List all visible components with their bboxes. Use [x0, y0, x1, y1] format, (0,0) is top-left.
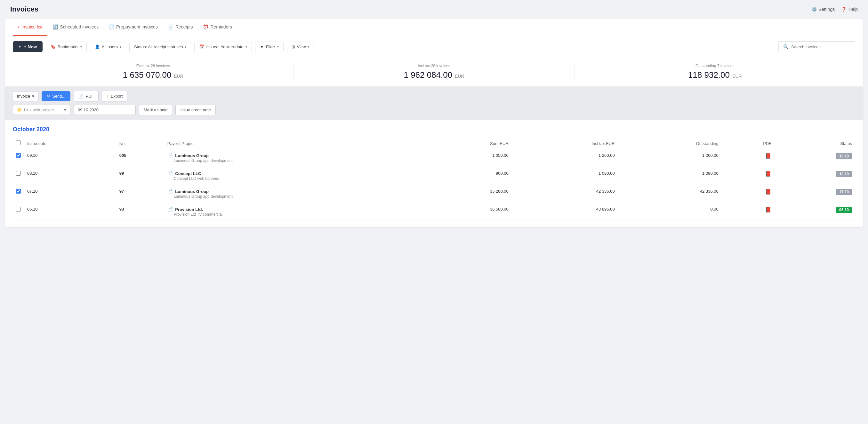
tab-scheduled-invoices[interactable]: 🔄 Scheduled invoices: [48, 19, 104, 36]
row-checkbox-cell-3: [13, 203, 24, 221]
incl-tax-stat: Incl tax 28 invoices 1 962 084.00 EUR: [293, 64, 575, 80]
row-payer-3: Provision Ltd.: [175, 207, 203, 212]
doc-icon-3: 📄: [167, 207, 173, 212]
row-checkbox-0[interactable]: [16, 153, 21, 158]
col-payer-project: Payer | Project: [164, 138, 422, 149]
export-button[interactable]: ↑ Export: [102, 91, 127, 101]
invoices-table: Issue date No. Payer | Project Sum EUR I…: [13, 138, 855, 221]
excl-tax-currency: EUR: [174, 74, 183, 79]
help-icon: ❓: [841, 7, 846, 12]
row-outstanding-0: 1 260.00: [618, 149, 722, 167]
incl-tax-value-row: 1 962 084.00 EUR: [294, 70, 575, 80]
row-issue-date-0: 09.10: [24, 149, 116, 167]
tab-prepayment-invoices[interactable]: 📄 Prepayment invoices: [104, 19, 163, 36]
row-pdf-3[interactable]: 📕: [722, 203, 775, 221]
status-filter-button[interactable]: Status: All receipt statuses ▾: [129, 42, 191, 52]
bookmarks-button[interactable]: 🔖 Bookmarks ▾: [46, 42, 87, 52]
pdf-download-icon-2[interactable]: 📕: [765, 189, 771, 195]
excl-tax-label: Excl tax 28 invoices: [13, 64, 293, 68]
pdf-download-icon-0[interactable]: 📕: [765, 153, 771, 159]
row-incl-tax-3: 43 896.00: [512, 203, 618, 221]
select-all-checkbox[interactable]: [16, 140, 21, 145]
receipts-icon: 🧾: [168, 24, 174, 29]
row-payer-0: Luminous Group: [175, 153, 209, 158]
row-checkbox-3[interactable]: [16, 207, 21, 211]
invoice-type-select[interactable]: Invoice ▾: [13, 91, 38, 101]
table-row: 08.10 99 📄 Concept LLC Concept LLC web b…: [13, 167, 855, 185]
link-project-dropdown-icon: ▾: [64, 107, 66, 112]
row-pdf-0[interactable]: 📕: [722, 149, 775, 167]
row-pdf-1[interactable]: 📕: [722, 167, 775, 185]
row-sum-eur-2: 35 280.00: [422, 185, 512, 203]
pdf-download-icon-1[interactable]: 📕: [765, 171, 771, 177]
row-sum-eur-1: 900.00: [422, 167, 512, 185]
row-checkbox-cell-0: [13, 149, 24, 167]
app-header: Invoices ⚙️ Settings ❓ Help: [0, 0, 868, 19]
row-payer-project-1: 📄 Concept LLC Concept LLC web banners: [164, 167, 422, 185]
settings-button[interactable]: ⚙️ Settings: [811, 7, 835, 12]
row-project-0: Luminous Group app development: [167, 158, 233, 163]
help-button[interactable]: ❓ Help: [841, 7, 858, 12]
outstanding-value-row: 118 932.00 EUR: [575, 70, 855, 80]
row-pdf-2[interactable]: 📕: [722, 185, 775, 203]
row-project-2: Luminous Group app development: [167, 194, 233, 199]
action-bar: Invoice ▾ ✉ Send... 📄 PDF ↑ Export 📁 Lin…: [5, 87, 863, 120]
link-project-select[interactable]: 📁 Link with project ▾: [13, 105, 70, 115]
view-button[interactable]: ⊞ View ▾: [287, 42, 314, 52]
month-heading: October 2020: [13, 126, 855, 133]
all-users-button[interactable]: 👤 All users ▾: [90, 42, 126, 52]
row-no-0: 005: [116, 149, 164, 167]
stats-row: Excl tax 28 invoices 1 635 070.00 EUR In…: [5, 57, 863, 87]
row-payer-1: Concept LLC: [175, 171, 201, 176]
tab-reminders[interactable]: ⏰ Reminders: [198, 19, 237, 36]
row-status-0: 19.10: [775, 149, 855, 167]
row-incl-tax-2: 42 336.00: [512, 185, 618, 203]
excl-tax-value: 1 635 070.00: [123, 70, 172, 80]
toolbar: + + New 🔖 Bookmarks ▾ 👤 All users ▾ Stat…: [5, 36, 863, 57]
table-row: 07.10 97 📄 Luminous Group Luminous Group…: [13, 185, 855, 203]
doc-icon-0: 📄: [167, 153, 173, 158]
row-payer-2: Luminous Group: [175, 189, 209, 194]
export-icon: ↑: [106, 94, 109, 99]
row-checkbox-2[interactable]: [16, 189, 21, 194]
col-no: No.: [116, 138, 164, 149]
excl-tax-stat: Excl tax 28 invoices 1 635 070.00 EUR: [13, 64, 293, 80]
view-dropdown-icon: ▾: [308, 45, 309, 48]
bookmarks-dropdown-icon: ▾: [80, 45, 82, 48]
row-project-3: Provision Ltd TV commercial: [167, 212, 223, 217]
excl-tax-value-row: 1 635 070.00 EUR: [13, 70, 293, 80]
row-checkbox-1[interactable]: [16, 171, 21, 176]
outstanding-label: Outstanding 7 invoices: [575, 64, 855, 68]
tab-receipts[interactable]: 🧾 Receipts: [163, 19, 198, 36]
plus-icon: +: [19, 44, 21, 49]
status-badge-1: 18.10: [836, 171, 852, 177]
incl-tax-label: Incl tax 28 invoices: [294, 64, 575, 68]
filter-icon: ▼: [260, 44, 264, 49]
col-issue-date: Issue date: [24, 138, 116, 149]
col-sum-eur: Sum EUR: [422, 138, 512, 149]
send-button[interactable]: ✉ Send...: [41, 91, 70, 101]
app-title: Invoices: [10, 5, 38, 13]
incl-tax-currency: EUR: [455, 74, 464, 79]
pdf-download-icon-3[interactable]: 📕: [765, 207, 771, 213]
row-incl-tax-0: 1 260.00: [512, 149, 618, 167]
all-users-dropdown-icon: ▾: [120, 45, 121, 48]
pdf-button[interactable]: 📄 PDF: [73, 91, 99, 101]
scheduled-icon: 🔄: [53, 24, 58, 29]
row-status-2: 17.10: [775, 185, 855, 203]
date-input[interactable]: [73, 105, 136, 115]
row-payer-project-2: 📄 Luminous Group Luminous Group app deve…: [164, 185, 422, 203]
col-status: Status: [775, 138, 855, 149]
tab-invoice-list[interactable]: ▪ Invoice list: [13, 19, 48, 36]
outstanding-currency: EUR: [732, 74, 742, 79]
action-bar-row1: Invoice ▾ ✉ Send... 📄 PDF ↑ Export: [13, 91, 855, 101]
issued-filter-button[interactable]: 📅 Issued: Year-to-date ▾: [194, 42, 252, 52]
mark-as-paid-button[interactable]: Mark as paid: [139, 105, 172, 115]
view-icon: ⊞: [291, 44, 295, 49]
filter-button[interactable]: ▼ Filter ▾: [255, 42, 284, 52]
new-button[interactable]: + + New: [13, 41, 42, 52]
table-row: 09.10 005 📄 Luminous Group Luminous Grou…: [13, 149, 855, 167]
search-input[interactable]: [791, 44, 850, 49]
doc-icon-2: 📄: [167, 189, 173, 194]
issue-credit-note-button[interactable]: Issue credit note: [176, 105, 215, 115]
